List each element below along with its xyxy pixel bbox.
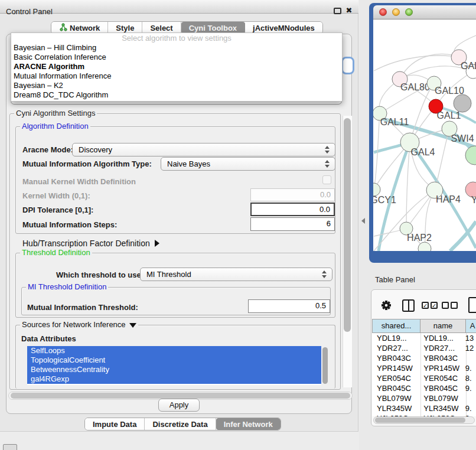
table-row[interactable]: YBR045CYBR045C9. xyxy=(372,383,476,393)
data-attributes-list[interactable]: SelfLoopsTopologicalCoefficientBetweenne… xyxy=(27,346,321,385)
table-row[interactable]: YBL079WYBL079W xyxy=(372,393,476,403)
table-cell: YBR043C xyxy=(372,353,419,363)
node-label: GAL4 xyxy=(411,147,435,157)
table-row[interactable]: YLR345WYLR345W9. xyxy=(372,403,476,413)
network-edge[interactable] xyxy=(435,129,449,190)
tab-select[interactable]: Select xyxy=(142,22,181,34)
which-threshold-combobox[interactable]: MI Threshold xyxy=(140,268,332,281)
table-cell xyxy=(463,393,476,403)
settings-vertical-scrollbar-thumb[interactable] xyxy=(344,118,351,332)
app-root: Control Panel ✖ NetworkStyleSelectCyni T… xyxy=(0,0,476,450)
hub-transcription-factor-section[interactable]: Hub/Transcription Factor Definition xyxy=(22,239,159,248)
table-row[interactable]: YBR043CYBR043C xyxy=(372,353,476,363)
minimize-window-icon[interactable] xyxy=(392,8,400,16)
table-cell: YPR145W xyxy=(372,363,419,373)
panel-title: Control Panel xyxy=(6,7,53,16)
attribute-list-item[interactable]: BetweennessCentrality xyxy=(27,365,321,374)
dropdown-item[interactable]: Bayesian – K2 xyxy=(11,81,342,90)
sources-group-title[interactable]: Sources for Network Inference xyxy=(20,321,138,329)
settings-gear-icon[interactable] xyxy=(381,300,392,311)
which-threshold-label: Which threshold to use: xyxy=(56,270,144,279)
network-edge[interactable] xyxy=(406,142,410,229)
tab-impute-data[interactable]: Impute Data xyxy=(85,418,145,430)
attribute-list-item[interactable]: SelfLoops xyxy=(27,346,321,356)
table-cell: YER054C xyxy=(419,373,462,383)
dropdown-item[interactable]: Dream8 DC_TDC Algorithm xyxy=(11,90,342,100)
table-panel-title: Table Panel xyxy=(375,275,415,284)
mi-algorithm-type-combobox[interactable]: Naive Bayes xyxy=(161,157,335,171)
tab-style[interactable]: Style xyxy=(108,22,142,34)
table-cell: YLR345W xyxy=(419,403,462,413)
mi-steps-field[interactable]: 6 xyxy=(250,217,335,231)
attribute-list-item[interactable]: gal4RGexp xyxy=(27,374,321,384)
network-node[interactable] xyxy=(465,146,476,165)
dpi-tolerance-label: DPI Tolerance [0,1]: xyxy=(22,206,93,214)
attributes-list-scrollbar-thumb[interactable] xyxy=(322,347,328,384)
hide-panel-icon[interactable] xyxy=(3,444,17,450)
expanded-arrow-icon[interactable] xyxy=(129,323,136,328)
column-header[interactable]: shared... xyxy=(372,319,420,333)
attribute-list-item[interactable]: TopologicalCoefficient xyxy=(27,356,321,365)
table-cell: YBR045C xyxy=(419,383,462,393)
float-window-icon[interactable] xyxy=(334,8,341,14)
algorithm-definition-title: Algorithm Definition xyxy=(20,122,90,131)
table-row[interactable]: YDR27...YDR27...12 xyxy=(372,343,476,353)
dropdown-item[interactable]: Mutual Information Inference xyxy=(11,71,342,81)
table-cell: YER054C xyxy=(372,373,419,383)
node-label: GAL10 xyxy=(435,86,464,96)
manual-kernel-width-checkbox[interactable] xyxy=(322,175,331,184)
close-icon[interactable]: ✖ xyxy=(344,5,354,16)
dropdown-item[interactable]: Basic Correlation Inference xyxy=(11,53,342,62)
node-label: GAL80 xyxy=(400,82,430,92)
table-row[interactable]: YDL19...YDL19...13 xyxy=(372,333,476,343)
split-columns-icon[interactable] xyxy=(402,299,415,312)
tab-infer-network[interactable]: Infer Network xyxy=(216,418,281,430)
tab-jactivemnodules[interactable]: jActiveMNodules xyxy=(245,22,322,34)
checked-column-icon[interactable]: ✓ xyxy=(431,302,438,309)
dropdown-item[interactable]: ARACNE Algorithm xyxy=(11,62,342,71)
network-graph[interactable]: GALGAL80GAL10GAL1SWI4GAL11GAL4GCY1HAP4YH… xyxy=(373,19,476,251)
mutual-information-threshold-label: Mutual Information Threshold: xyxy=(27,303,138,312)
tab-label: jActiveMNodules xyxy=(253,24,315,32)
column-header[interactable]: name xyxy=(420,319,466,333)
network-canvas[interactable]: GALGAL80GAL10GAL1SWI4GAL11GAL4GCY1HAP4YH… xyxy=(373,19,476,251)
aracne-mode-value: Discovery xyxy=(79,145,112,154)
aracne-mode-combobox[interactable]: Discovery xyxy=(72,143,335,156)
table-row[interactable]: YPR145WYPR145W9. xyxy=(372,363,476,373)
table-row[interactable]: YER054CYER054C8. xyxy=(372,373,476,383)
tab-label: Discretize Data xyxy=(152,420,207,429)
network-edge[interactable] xyxy=(374,56,459,71)
cyni-bottom-tabs: Impute DataDiscretize DataInfer Network xyxy=(84,418,281,431)
tab-cyni-toolbox[interactable]: Cyni Toolbox xyxy=(181,22,245,34)
checked-column-icon[interactable]: ✓ xyxy=(422,302,429,309)
document-icon[interactable] xyxy=(468,297,476,313)
network-window-titlebar[interactable] xyxy=(373,5,476,19)
collapsed-arrow-icon[interactable] xyxy=(155,240,159,247)
kernel-width-label: Kernel Width (0,1): xyxy=(22,191,90,200)
mi-algorithm-type-label: Mutual Information Algorithm Type: xyxy=(22,159,152,168)
dpi-tolerance-field[interactable]: 0.0 xyxy=(250,203,335,216)
table-horizontal-scrollbar-thumb[interactable] xyxy=(375,418,465,423)
dropdown-placeholder: Select algorithm to view settings xyxy=(11,33,342,43)
node-label: GAL11 xyxy=(380,117,409,127)
mutual-information-threshold-field[interactable]: 0.5 xyxy=(248,299,330,313)
close-window-icon[interactable] xyxy=(379,8,387,16)
network-node[interactable] xyxy=(454,94,471,112)
column-header[interactable]: A xyxy=(466,319,476,333)
zoom-window-icon[interactable] xyxy=(405,8,413,16)
network-node-gcy1[interactable] xyxy=(373,183,380,196)
apply-button[interactable]: Apply xyxy=(158,399,200,412)
which-threshold-value: MI Threshold xyxy=(146,270,191,279)
tab-network[interactable]: Network xyxy=(51,22,108,34)
table-cell: 13 xyxy=(463,333,476,343)
tab-discretize-data[interactable]: Discretize Data xyxy=(145,418,216,430)
algorithm-combobox-focus-ring[interactable] xyxy=(341,57,354,74)
unchecked-column-icon[interactable] xyxy=(442,302,449,309)
unchecked-column-icon[interactable] xyxy=(451,302,458,309)
kernel-width-field[interactable]: 0.0 xyxy=(250,188,335,201)
dropdown-item[interactable]: Bayesian – Hill Climbing xyxy=(11,43,342,53)
splitter-collapse-icon[interactable] xyxy=(361,218,365,224)
settings-horizontal-scrollbar-thumb[interactable] xyxy=(11,393,350,399)
table-cell: YDR27... xyxy=(372,343,419,353)
table-cell xyxy=(463,353,476,363)
